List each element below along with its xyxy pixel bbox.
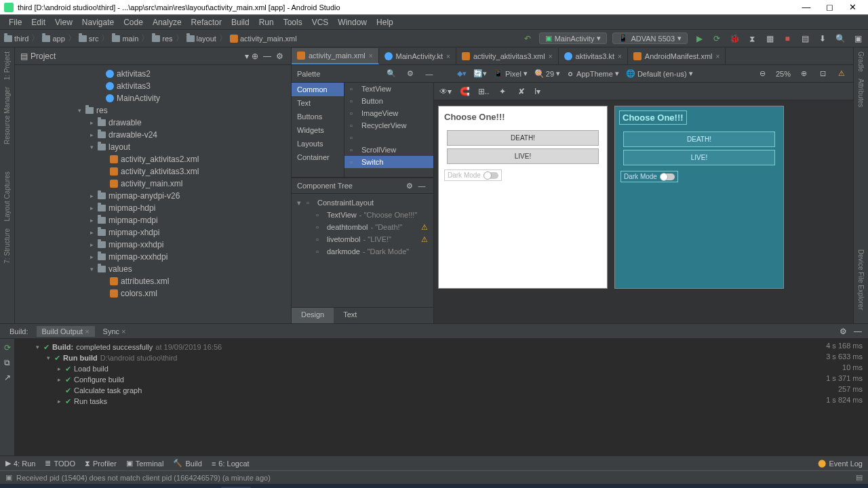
- tree-item[interactable]: ▸mipmap-xxxhdpi: [15, 251, 291, 263]
- attach-icon[interactable]: ▦: [764, 33, 776, 45]
- menu-refactor[interactable]: Refactor: [186, 18, 226, 27]
- device-type-selector[interactable]: 📱Pixel▾: [494, 69, 528, 78]
- build-row[interactable]: ▸✔Run tasks: [20, 396, 808, 407]
- maximize-button[interactable]: ◻: [818, 2, 841, 12]
- build-row[interactable]: ▾✔Build: completed successfully at 19/09…: [20, 342, 808, 352]
- infer-icon[interactable]: ✦: [496, 85, 509, 98]
- menu-vcs[interactable]: VCS: [307, 18, 334, 27]
- run-config-selector[interactable]: ▣MainActivity▾: [539, 33, 608, 44]
- build-minimize-icon[interactable]: —: [852, 325, 864, 338]
- component-tree[interactable]: ▾▫ConstraintLayout▫TextView- "Choose One…: [292, 194, 433, 260]
- menu-file[interactable]: File: [4, 18, 26, 27]
- gradle-button[interactable]: Gradle: [857, 52, 865, 72]
- menu-help[interactable]: Help: [372, 18, 398, 27]
- breadcrumb-item[interactable]: app: [42, 35, 64, 43]
- structure-button[interactable]: 7: Structure: [3, 228, 11, 264]
- tree-item[interactable]: ▸drawable-v24: [15, 129, 291, 141]
- zoom-in-icon[interactable]: ⊕: [797, 68, 810, 80]
- orientation-selector[interactable]: 🔄▾: [473, 69, 487, 78]
- back-icon[interactable]: ↶: [521, 33, 534, 45]
- palette-category[interactable]: Common: [292, 83, 344, 96]
- search-icon[interactable]: 🔍: [834, 33, 846, 45]
- palette-gear-icon[interactable]: ⚙: [404, 68, 416, 80]
- component-tree-item[interactable]: ▫darkmode- "Dark Mode": [292, 245, 433, 258]
- api-selector[interactable]: 🍭29▾: [534, 69, 560, 78]
- tree-item[interactable]: attributes.xml: [15, 275, 291, 287]
- clear-icon[interactable]: ✘: [515, 85, 528, 98]
- logcat-tool-button[interactable]: ≡ 6: Logcat: [212, 460, 250, 468]
- palette-item[interactable]: ▫ImageView: [344, 107, 433, 119]
- breadcrumb-item[interactable]: src: [79, 35, 99, 43]
- component-tree-item[interactable]: ▫TextView- "Choose One!!!": [292, 209, 433, 221]
- editor-tab[interactable]: aktivitas3.kt×: [559, 48, 628, 64]
- component-tree-item[interactable]: ▫livetombol- "LIVE!"⚠: [292, 233, 433, 245]
- zoom-out-icon[interactable]: ⊖: [757, 68, 769, 80]
- build-gear-icon[interactable]: ⚙: [837, 325, 849, 338]
- tree-item[interactable]: ▸mipmap-hdpi: [15, 202, 291, 214]
- tree-item[interactable]: aktivitas3: [15, 80, 291, 92]
- menu-tools[interactable]: Tools: [279, 18, 307, 27]
- tree-item[interactable]: ▾res: [15, 104, 291, 117]
- menu-window[interactable]: Window: [333, 18, 372, 27]
- preview-blueprint[interactable]: Choose One!!! DEATH! LIVE! Dark Mode: [614, 106, 784, 289]
- palette-item[interactable]: ▫Button: [344, 95, 433, 107]
- comp-gear-icon[interactable]: ⚙: [403, 180, 416, 192]
- project-tree[interactable]: aktivitas2aktivitas3MainActivity▾res▸dra…: [15, 65, 291, 323]
- palette-category[interactable]: Widgets: [292, 123, 344, 137]
- text-tab[interactable]: Text: [334, 308, 366, 323]
- breadcrumb-item[interactable]: main: [112, 35, 138, 43]
- project-tool-button[interactable]: 1: Project: [3, 52, 11, 80]
- tree-item[interactable]: activity_aktivitas2.xml: [15, 153, 291, 165]
- tree-item[interactable]: MainActivity: [15, 92, 291, 104]
- attributes-button[interactable]: Attributes: [857, 79, 865, 107]
- editor-tab[interactable]: AndroidManifest.xml×: [628, 48, 726, 64]
- palette-category[interactable]: Text: [292, 96, 344, 110]
- palette-item[interactable]: ▫Switch: [344, 156, 433, 168]
- project-view-label[interactable]: Project: [31, 52, 245, 61]
- palette-item[interactable]: ▫RecyclerView: [344, 119, 433, 131]
- editor-tab[interactable]: activity_main.xml×: [292, 48, 379, 64]
- tree-item[interactable]: ▾values: [15, 263, 291, 275]
- tree-item[interactable]: ▾layout: [15, 141, 291, 153]
- menu-edit[interactable]: Edit: [26, 18, 50, 27]
- design-surface-selector[interactable]: ◆▾: [457, 69, 467, 78]
- tree-item[interactable]: aktivitas2: [15, 68, 291, 80]
- apply-changes-icon[interactable]: ⟳: [711, 33, 723, 45]
- debug-icon[interactable]: 🐞: [728, 33, 741, 45]
- palette-category[interactable]: Container: [292, 150, 344, 164]
- tree-item[interactable]: ▸drawable: [15, 117, 291, 129]
- view-options-icon[interactable]: 👁▾: [439, 87, 452, 96]
- sdk-icon[interactable]: ⬇: [816, 33, 829, 45]
- menu-run[interactable]: Run: [254, 18, 279, 27]
- palette-items[interactable]: ▫TextView▫Button▫ImageView▫RecyclerView▫…: [344, 83, 433, 177]
- palette-item[interactable]: ▫TextView: [344, 83, 433, 95]
- build-row[interactable]: ✔Calculate task graph: [20, 385, 808, 396]
- device-selector[interactable]: 📱ADVAN 5503▾: [612, 33, 688, 44]
- editor-tab[interactable]: MainActivity.kt×: [379, 48, 456, 64]
- settings-icon[interactable]: ▣: [852, 33, 864, 45]
- target-icon[interactable]: ⊕: [249, 50, 261, 62]
- palette-item[interactable]: ▫ScrollView: [344, 144, 433, 156]
- breadcrumb-item[interactable]: res: [152, 35, 172, 43]
- status-indicator-icon[interactable]: ▤: [856, 473, 863, 482]
- default-margins-icon[interactable]: ⊞..: [477, 85, 490, 98]
- minimize-button[interactable]: —: [795, 2, 818, 12]
- breadcrumb-item[interactable]: third: [4, 35, 28, 43]
- palette-category[interactable]: Layouts: [292, 137, 344, 150]
- palette-minimize-icon[interactable]: —: [423, 68, 435, 80]
- menu-navigate[interactable]: Navigate: [77, 18, 119, 27]
- guidelines-icon[interactable]: I▾: [534, 87, 540, 96]
- tree-item[interactable]: ▸mipmap-mdpi: [15, 214, 291, 226]
- close-button[interactable]: ✕: [841, 2, 864, 12]
- layout-preview[interactable]: 👁▾ 🧲 ⊞.. ✦ ✘ I▾ Choose One!!! DEATH! LIV…: [434, 83, 853, 323]
- locale-selector[interactable]: 🌐Default (en-us)▾: [626, 69, 693, 78]
- tree-item[interactable]: ▸mipmap-xxhdpi: [15, 239, 291, 251]
- device-explorer-button[interactable]: Device File Explorer: [857, 249, 865, 310]
- build-output-tab[interactable]: Build Output ×: [37, 326, 95, 337]
- editor-tab[interactable]: activity_aktivitas3.xml×: [456, 48, 559, 64]
- palette-categories[interactable]: CommonTextButtonsWidgetsLayoutsContainer: [292, 83, 344, 177]
- event-log-button[interactable]: ⬤ Event Log: [818, 459, 863, 468]
- collapse-icon[interactable]: —: [261, 50, 273, 62]
- sync-tab[interactable]: Sync ×: [98, 326, 132, 337]
- zoom-fit-icon[interactable]: ⊡: [816, 68, 829, 80]
